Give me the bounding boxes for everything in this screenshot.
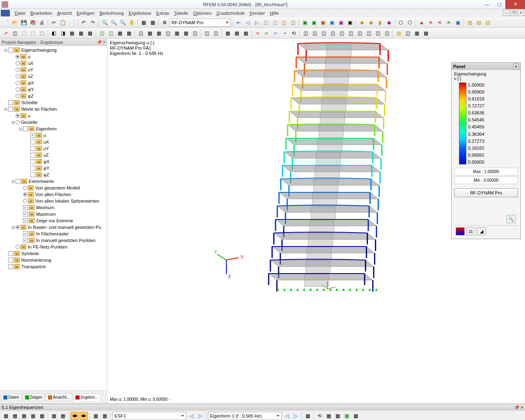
rt-i[interactable]: 🡆 <box>80 412 88 420</box>
menu-hilfe[interactable]: Hilfe <box>267 10 281 16</box>
tree-node[interactable]: xxIn FE-Netz-Punkten <box>1 244 106 250</box>
t2-b-icon[interactable]: ◫ <box>11 29 19 37</box>
rt-l[interactable]: ▦ <box>304 412 312 420</box>
zoomin-icon[interactable]: 🔍 <box>110 18 118 27</box>
menu-tabelle[interactable]: Tabelle <box>171 10 191 16</box>
zoom-icon[interactable]: 🔍 <box>100 18 109 27</box>
t2-ap[interactable]: ▤ <box>395 29 403 37</box>
t2-ak[interactable]: ◫ <box>347 29 355 37</box>
t2-z-icon[interactable]: ▦ <box>242 29 250 37</box>
t2-h-icon[interactable]: ▦ <box>68 29 76 37</box>
rt-n[interactable]: ▦ <box>324 412 333 420</box>
rt-h[interactable]: 🡄 <box>71 412 79 420</box>
tree-node[interactable]: xxSymbole <box>1 250 106 257</box>
t-r-icon[interactable]: ▤ <box>466 18 474 27</box>
menu-zusatzmodule[interactable]: Zusatzmodule <box>214 10 247 16</box>
module-dropdown[interactable]: RF-DYNAM Pro <box>169 18 231 27</box>
t2-a-icon[interactable]: ↗ <box>2 29 10 37</box>
panel-btn1[interactable] <box>456 227 465 235</box>
menu-bearbeiten[interactable]: Bearbeiten <box>28 10 55 16</box>
saveall-icon[interactable]: 📚 <box>29 18 37 27</box>
tree-node[interactable]: xxuY <box>1 145 106 152</box>
t2-am[interactable]: ◫ <box>365 29 373 37</box>
t-e-icon[interactable]: ▣ <box>337 18 345 27</box>
rt-a[interactable]: ▦ <box>2 412 10 420</box>
tree-node[interactable]: ✓xxMaximum <box>1 211 106 217</box>
tree-node[interactable]: xxuZ <box>1 73 106 80</box>
tree-node[interactable]: xxφX <box>1 158 106 165</box>
tree-node[interactable]: ✓xxIn manuell gesetzten Punkten <box>1 237 106 244</box>
results-combo2[interactable]: Eigenform 1 (f : 0.585 Hz) <box>208 412 282 420</box>
t-j-icon[interactable]: ◆ <box>385 18 393 27</box>
pan-icon[interactable]: ✋ <box>128 18 136 27</box>
nav-tab[interactable]: Daten <box>1 393 22 401</box>
menu-berechnung[interactable]: Berechnung <box>97 10 126 16</box>
mdi-restore[interactable]: ❐ <box>510 9 517 16</box>
cube4-icon[interactable]: ◫ <box>289 18 297 27</box>
rt-next1[interactable]: ▷ <box>196 412 204 420</box>
menu-ansicht[interactable]: Ansicht <box>55 10 74 16</box>
t2-ah[interactable]: ◫ <box>320 29 328 37</box>
rt-f[interactable]: ▦ <box>50 412 58 420</box>
t2-aq[interactable]: ◫ <box>404 29 412 37</box>
menu-datei[interactable]: Datei <box>12 10 28 16</box>
t2-an[interactable]: ◫ <box>374 29 382 37</box>
rt-m[interactable]: ⟲ <box>315 412 324 420</box>
nav-tab[interactable]: Ergebni... <box>73 393 100 401</box>
t2-g-icon[interactable]: ◨ <box>59 29 67 37</box>
t2-aj[interactable]: ◫ <box>338 29 346 37</box>
rt-b[interactable]: ▦ <box>11 412 19 420</box>
t2-f-icon[interactable]: ◧ <box>50 29 58 37</box>
t2-l-icon[interactable]: ◫ <box>107 29 115 37</box>
t2-c-icon[interactable]: ⬚ <box>20 29 28 37</box>
app-menu-icon[interactable] <box>1 10 10 16</box>
results-pin-icon[interactable]: 📌 × <box>514 405 523 410</box>
t2-as[interactable]: ▦ <box>422 29 430 37</box>
rt-d[interactable]: ▦ <box>29 412 37 420</box>
t-t-icon[interactable]: ▤ <box>484 18 492 27</box>
t-q-icon[interactable]: ▣ <box>454 18 462 27</box>
t2-y-icon[interactable]: ▦ <box>233 29 241 37</box>
pin-icon[interactable]: 📌 × <box>97 40 105 44</box>
t-o-icon[interactable]: ✕ <box>436 18 444 27</box>
rt-g[interactable]: ▦ <box>59 412 67 420</box>
t2-r-icon[interactable]: ◫ <box>164 29 172 37</box>
tree-node[interactable]: xxφZ <box>1 171 106 178</box>
tree-node[interactable]: xxVon gesamtem Modell <box>1 185 106 191</box>
rt-c[interactable]: ▦ <box>20 412 28 420</box>
menu-extras[interactable]: Extras <box>154 10 171 16</box>
t2-e-icon[interactable]: ⬚ <box>38 29 46 37</box>
tree-node[interactable]: ⊟xxIn Raster- und manuell gesetzten Pu <box>1 224 106 231</box>
t2-p-icon[interactable]: ▦ <box>146 29 154 37</box>
tree-node[interactable]: ⊟Gezielte <box>1 119 106 126</box>
t2-t-icon[interactable]: ▦ <box>182 29 190 37</box>
t-l-icon[interactable]: ⬡ <box>406 18 414 27</box>
panel-btn3[interactable]: ◢ <box>477 227 486 235</box>
t2-ao[interactable]: ◫ <box>383 29 391 37</box>
tree-node[interactable]: xxTransparent <box>1 263 106 270</box>
mdi-minimize[interactable]: – <box>503 9 509 16</box>
copy-icon[interactable]: 📋 <box>59 18 67 27</box>
t2-q-icon[interactable]: ▦ <box>155 29 163 37</box>
view2-icon[interactable]: ▦ <box>148 18 157 27</box>
t-g-icon[interactable]: ◆ <box>358 18 366 27</box>
cube3-icon[interactable]: ◫ <box>280 18 288 27</box>
rt-k[interactable]: ▦ <box>100 412 109 420</box>
rt-prev2[interactable]: ◁ <box>283 412 291 420</box>
t2-v-icon[interactable]: ◫ <box>203 29 211 37</box>
t2-ab[interactable]: yz <box>262 29 271 37</box>
t2-w-icon[interactable]: ◫ <box>212 29 220 37</box>
menu-einfügen[interactable]: Einfügen <box>74 10 97 16</box>
t-b-icon[interactable]: ▣ <box>310 18 318 27</box>
t-m-icon[interactable]: ▲ <box>418 18 426 27</box>
undo-icon[interactable]: ↶ <box>80 18 88 27</box>
tree-node[interactable]: xxu <box>1 112 106 119</box>
viewport-3d[interactable]: Eigenschwingung u [-] RF-DYNAM Pro FA1 E… <box>107 39 525 404</box>
rt-prev1[interactable]: ◁ <box>187 412 195 420</box>
t2-n-icon[interactable]: ▦ <box>125 29 133 37</box>
open-icon[interactable]: 📂 <box>11 18 19 27</box>
tree-node[interactable]: xxφX <box>1 80 106 86</box>
t2-ag[interactable]: ◫ <box>310 29 319 37</box>
tree-node[interactable]: xxu <box>1 53 106 60</box>
tree-node[interactable]: xxVon allen Flächen <box>1 191 106 198</box>
